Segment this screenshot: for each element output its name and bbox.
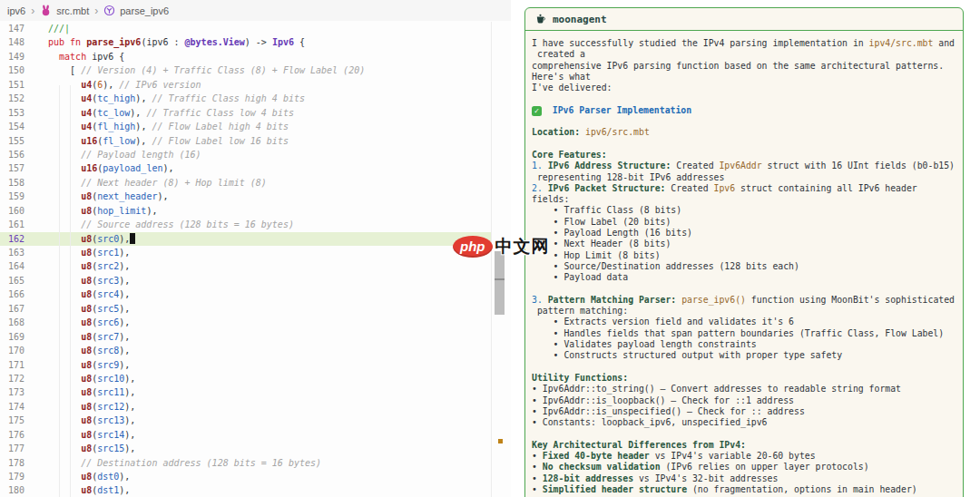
code-line[interactable]: 156 // Payload length (16)	[0, 148, 491, 161]
line-number: 166	[0, 287, 24, 301]
code-line[interactable]: 165 u8(src3),	[0, 274, 491, 287]
check-emoji: ✓	[532, 106, 542, 116]
terminal-line	[532, 362, 961, 373]
terminal-line: 1. IPv6 Address Structure: Created Ipv6A…	[532, 161, 961, 171]
terminal-line: • Fixed 40-byte header vs IPv4's variabl…	[532, 451, 961, 462]
code-line[interactable]: 172 u8(src10),	[0, 372, 491, 385]
breadcrumb-item-folder[interactable]: ipv6	[7, 5, 25, 16]
code-line[interactable]: 148pub fn parse_ipv6(ipv6 : @bytes.View)…	[0, 35, 491, 49]
code-line[interactable]: 178 // Destination address (128 bits = 1…	[0, 456, 491, 470]
code-line[interactable]: 161 // Source address (128 bits = 16 byt…	[0, 218, 491, 231]
terminal-line: • Hop Limit (8 bits)	[532, 250, 961, 261]
terminal-line	[532, 116, 961, 127]
code-line[interactable]: 180 u8(dst1),	[0, 483, 491, 497]
code-line-text: u8(src9),	[48, 358, 130, 372]
code-area[interactable]: 147///|148pub fn parse_ipv6(ipv6 : @byte…	[0, 22, 491, 497]
code-line[interactable]: 173 u8(src11),	[0, 385, 491, 399]
code-line-text: u16(payload_len),	[48, 161, 174, 175]
code-line-text: u8(hop_limit),	[48, 204, 157, 218]
code-line[interactable]: 153 u4(tc_low), // Traffic Class low 4 b…	[0, 106, 491, 120]
scrollbar-divider	[495, 278, 505, 280]
code-line[interactable]: 162 u8(src0),	[0, 232, 491, 246]
code-line-text: // Payload length (16)	[48, 148, 201, 161]
code-line[interactable]: 150 [ // Version (4) + Traffic Class (8)…	[0, 63, 491, 77]
agent-output[interactable]: I have successfully studied the IPv4 par…	[525, 31, 963, 495]
code-line-text: u8(src3),	[48, 274, 130, 287]
line-number: 162	[0, 232, 24, 246]
terminal-line: Here's what	[532, 72, 961, 83]
editor-scrollbar-thumb[interactable]	[495, 251, 505, 315]
code-line-text: u8(src11),	[48, 385, 135, 399]
terminal-line: comprehensive IPv6 parsing function base…	[532, 61, 961, 72]
code-line[interactable]: 179 u8(dst0),	[0, 470, 491, 483]
code-line[interactable]: 157 u16(payload_len),	[0, 161, 491, 175]
code-line[interactable]: 154 u4(fl_high), // Flow Label high 4 bi…	[0, 120, 491, 133]
code-line[interactable]: 177 u8(src15),	[0, 442, 491, 455]
code-line[interactable]: 159 u8(next_header),	[0, 190, 491, 203]
code-line-text: u8(src6),	[48, 316, 130, 329]
terminal-line: • Handles fields that span pattern bound…	[532, 328, 961, 339]
code-line[interactable]: 151 u4(6), // IPv6 version	[0, 78, 491, 92]
code-line[interactable]: 169 u8(src7),	[0, 330, 491, 344]
overview-ruler-marker	[498, 439, 503, 443]
line-number: 177	[0, 442, 24, 455]
code-line-text: u8(src5),	[48, 302, 130, 316]
terminal-line: • Payload Length (16 bits)	[532, 228, 961, 239]
code-line[interactable]: 174 u8(src12),	[0, 400, 491, 414]
code-line[interactable]: 166 u8(src4),	[0, 287, 491, 301]
line-number: 153	[0, 106, 24, 120]
code-line-text: u8(src14),	[48, 428, 135, 442]
code-line[interactable]: 176 u8(src14),	[0, 428, 491, 442]
line-number: 151	[0, 78, 24, 92]
line-number: 165	[0, 274, 24, 287]
code-line-text: u8(src8),	[48, 344, 130, 357]
code-line-text: u4(tc_low), // Traffic Class low 4 bits	[48, 106, 294, 120]
terminal-line: • Source/Destination addresses (128 bits…	[532, 261, 961, 272]
code-line[interactable]: 175 u8(src13),	[0, 414, 491, 427]
code-line[interactable]: 149 match ipv6 {	[0, 50, 491, 63]
code-line-text: u8(src10),	[48, 372, 135, 385]
line-number: 175	[0, 414, 24, 427]
code-line[interactable]: 155 u16(fl_low), // Flow Label low 16 bi…	[0, 134, 491, 148]
breadcrumb-item-file[interactable]: src.mbt	[56, 5, 89, 16]
line-number: 152	[0, 92, 24, 105]
code-line-text: u16(fl_low), // Flow Label low 16 bits	[48, 134, 289, 148]
terminal-line: • Simplified header structure (no fragme…	[532, 484, 961, 495]
code-line-text: u8(dst0),	[48, 470, 130, 483]
terminal-line: • Ipv6Addr::is_unspecified() — Check for…	[532, 406, 961, 417]
code-line-text: pub fn parse_ipv6(ipv6 : @bytes.View) ->…	[48, 35, 305, 49]
code-line[interactable]: 163 u8(src1),	[0, 246, 491, 259]
code-line[interactable]: 171 u8(src9),	[0, 358, 491, 372]
code-line[interactable]: 152 u4(tc_high), // Traffic Class high 4…	[0, 92, 491, 105]
breadcrumb-item-symbol[interactable]: parse_ipv6	[120, 5, 169, 16]
line-number: 173	[0, 385, 24, 399]
terminal-line: I've delivered:	[532, 83, 961, 93]
code-line-text: u8(src15),	[48, 442, 135, 455]
watermark-text: 中文网	[495, 235, 550, 258]
symbol-function-icon	[103, 5, 115, 16]
code-line-text: match ipv6 {	[48, 50, 124, 63]
code-line-text: u8(src2),	[48, 259, 130, 273]
line-number: 170	[0, 344, 24, 357]
line-number: 156	[0, 148, 24, 161]
code-line-text: u4(6), // IPv6 version	[48, 78, 201, 92]
terminal-line	[532, 428, 961, 439]
code-line[interactable]: 147///|	[0, 22, 491, 35]
code-line[interactable]: 160 u8(hop_limit),	[0, 204, 491, 218]
agent-panel-header[interactable]: moonagent	[525, 8, 963, 31]
breadcrumb-separator: ›	[94, 5, 98, 17]
line-number: 172	[0, 372, 24, 385]
code-line-text: u8(dst1),	[48, 483, 130, 497]
code-line-text: u8(src7),	[48, 330, 130, 344]
code-line-text: u8(src0),	[48, 232, 135, 246]
code-line-text: ///|	[48, 22, 70, 35]
code-line[interactable]: 170 u8(src8),	[0, 344, 491, 357]
code-line[interactable]: 164 u8(src2),	[0, 259, 491, 273]
code-line-text: u8(src4),	[48, 287, 130, 301]
code-line[interactable]: 168 u8(src6),	[0, 316, 491, 329]
terminal-line: 3. Pattern Matching Parser: parse_ipv6()…	[532, 295, 961, 306]
code-line[interactable]: 158 // Next header (8) + Hop limit (8)	[0, 176, 491, 190]
code-line[interactable]: 167 u8(src5),	[0, 302, 491, 316]
terminal-line: • Extracts version field and validates i…	[532, 317, 961, 327]
teapot-icon	[534, 14, 546, 24]
